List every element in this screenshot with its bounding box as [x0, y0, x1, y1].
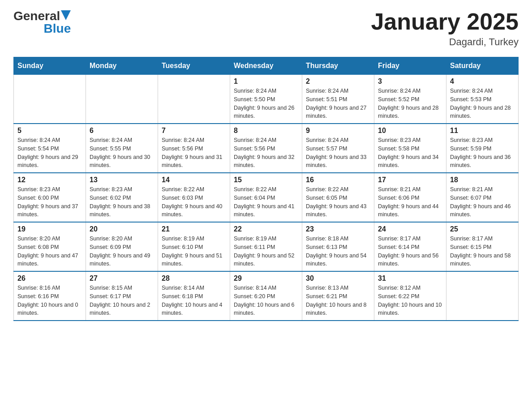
col-monday: Monday: [86, 57, 158, 75]
calendar-cell: 12Sunrise: 8:23 AMSunset: 6:00 PMDayligh…: [14, 173, 86, 222]
day-number: 11: [450, 127, 515, 135]
day-info: Sunrise: 8:12 AMSunset: 6:22 PMDaylight:…: [378, 284, 442, 317]
calendar-cell: 26Sunrise: 8:16 AMSunset: 6:16 PMDayligh…: [14, 271, 86, 321]
col-tuesday: Tuesday: [158, 57, 230, 75]
calendar-week-1: 1Sunrise: 8:24 AMSunset: 5:50 PMDaylight…: [14, 75, 519, 124]
calendar-cell: 15Sunrise: 8:22 AMSunset: 6:04 PMDayligh…: [230, 173, 302, 222]
calendar-cell: 23Sunrise: 8:18 AMSunset: 6:13 PMDayligh…: [302, 222, 374, 271]
calendar-cell: 1Sunrise: 8:24 AMSunset: 5:50 PMDaylight…: [230, 75, 302, 124]
day-number: 28: [162, 274, 226, 283]
day-number: 31: [378, 274, 442, 283]
calendar-cell: 17Sunrise: 8:21 AMSunset: 6:06 PMDayligh…: [374, 173, 446, 222]
day-number: 24: [378, 225, 442, 233]
day-number: 16: [306, 176, 370, 184]
day-info: Sunrise: 8:21 AMSunset: 6:06 PMDaylight:…: [378, 185, 442, 219]
col-saturday: Saturday: [446, 57, 519, 75]
day-number: 7: [162, 127, 226, 135]
calendar-cell: 25Sunrise: 8:17 AMSunset: 6:15 PMDayligh…: [446, 222, 519, 271]
logo: General Blue: [13, 9, 71, 36]
day-info: Sunrise: 8:23 AMSunset: 5:58 PMDaylight:…: [378, 136, 442, 170]
day-number: 19: [17, 225, 82, 233]
logo-triangle-icon: [61, 10, 71, 20]
day-info: Sunrise: 8:19 AMSunset: 6:11 PMDaylight:…: [234, 235, 298, 268]
day-info: Sunrise: 8:24 AMSunset: 5:54 PMDaylight:…: [17, 136, 82, 170]
day-info: Sunrise: 8:20 AMSunset: 6:08 PMDaylight:…: [17, 235, 82, 268]
logo-blue: Blue: [44, 21, 71, 35]
header-row: Sunday Monday Tuesday Wednesday Thursday…: [14, 57, 519, 75]
day-number: 27: [90, 274, 154, 283]
col-thursday: Thursday: [302, 57, 374, 75]
calendar-cell: 9Sunrise: 8:24 AMSunset: 5:57 PMDaylight…: [302, 124, 374, 173]
day-number: 25: [450, 225, 515, 233]
title-block: January 2025 Dagardi, Turkey: [371, 9, 519, 48]
day-number: 6: [90, 127, 154, 135]
calendar-cell: 27Sunrise: 8:15 AMSunset: 6:17 PMDayligh…: [86, 271, 158, 321]
day-number: 8: [234, 127, 298, 135]
day-info: Sunrise: 8:23 AMSunset: 5:59 PMDaylight:…: [450, 136, 515, 170]
day-number: 18: [450, 176, 515, 184]
col-wednesday: Wednesday: [230, 57, 302, 75]
calendar-cell: [86, 75, 158, 124]
day-info: Sunrise: 8:24 AMSunset: 5:55 PMDaylight:…: [90, 136, 154, 170]
page-location: Dagardi, Turkey: [371, 36, 519, 48]
day-number: 23: [306, 225, 370, 233]
calendar-body: 1Sunrise: 8:24 AMSunset: 5:50 PMDaylight…: [14, 75, 519, 321]
day-info: Sunrise: 8:22 AMSunset: 6:04 PMDaylight:…: [234, 185, 298, 219]
calendar-week-3: 12Sunrise: 8:23 AMSunset: 6:00 PMDayligh…: [14, 173, 519, 222]
day-number: 20: [90, 225, 154, 233]
day-info: Sunrise: 8:14 AMSunset: 6:18 PMDaylight:…: [162, 284, 226, 317]
calendar-cell: 4Sunrise: 8:24 AMSunset: 5:53 PMDaylight…: [446, 75, 519, 124]
day-info: Sunrise: 8:23 AMSunset: 6:00 PMDaylight:…: [17, 185, 82, 219]
page-title: January 2025: [371, 9, 519, 34]
day-number: 4: [450, 77, 515, 86]
day-number: 22: [234, 225, 298, 233]
svg-marker-0: [61, 10, 71, 20]
day-number: 1: [234, 77, 298, 86]
day-number: 29: [234, 274, 298, 283]
calendar-cell: 18Sunrise: 8:21 AMSunset: 6:07 PMDayligh…: [446, 173, 519, 222]
calendar-cell: 30Sunrise: 8:13 AMSunset: 6:21 PMDayligh…: [302, 271, 374, 321]
day-info: Sunrise: 8:14 AMSunset: 6:20 PMDaylight:…: [234, 284, 298, 317]
calendar-cell: 21Sunrise: 8:19 AMSunset: 6:10 PMDayligh…: [158, 222, 230, 271]
calendar-cell: 11Sunrise: 8:23 AMSunset: 5:59 PMDayligh…: [446, 124, 519, 173]
calendar-cell: 14Sunrise: 8:22 AMSunset: 6:03 PMDayligh…: [158, 173, 230, 222]
calendar-cell: [158, 75, 230, 124]
calendar-week-4: 19Sunrise: 8:20 AMSunset: 6:08 PMDayligh…: [14, 222, 519, 271]
day-info: Sunrise: 8:24 AMSunset: 5:56 PMDaylight:…: [234, 136, 298, 170]
day-info: Sunrise: 8:20 AMSunset: 6:09 PMDaylight:…: [90, 235, 154, 268]
day-number: 15: [234, 176, 298, 184]
day-info: Sunrise: 8:24 AMSunset: 5:53 PMDaylight:…: [450, 87, 515, 120]
calendar-cell: [14, 75, 86, 124]
day-number: 10: [378, 127, 442, 135]
calendar-cell: 10Sunrise: 8:23 AMSunset: 5:58 PMDayligh…: [374, 124, 446, 173]
day-info: Sunrise: 8:24 AMSunset: 5:52 PMDaylight:…: [378, 87, 442, 120]
day-info: Sunrise: 8:24 AMSunset: 5:56 PMDaylight:…: [162, 136, 226, 170]
day-number: 13: [90, 176, 154, 184]
calendar-header: Sunday Monday Tuesday Wednesday Thursday…: [14, 57, 519, 75]
day-info: Sunrise: 8:22 AMSunset: 6:05 PMDaylight:…: [306, 185, 370, 219]
day-number: 2: [306, 77, 370, 86]
col-friday: Friday: [374, 57, 446, 75]
day-info: Sunrise: 8:19 AMSunset: 6:10 PMDaylight:…: [162, 235, 226, 268]
day-info: Sunrise: 8:21 AMSunset: 6:07 PMDaylight:…: [450, 185, 515, 219]
calendar-cell: 22Sunrise: 8:19 AMSunset: 6:11 PMDayligh…: [230, 222, 302, 271]
calendar-cell: 28Sunrise: 8:14 AMSunset: 6:18 PMDayligh…: [158, 271, 230, 321]
calendar-cell: 20Sunrise: 8:20 AMSunset: 6:09 PMDayligh…: [86, 222, 158, 271]
calendar-cell: 3Sunrise: 8:24 AMSunset: 5:52 PMDaylight…: [374, 75, 446, 124]
calendar-week-2: 5Sunrise: 8:24 AMSunset: 5:54 PMDaylight…: [14, 124, 519, 173]
calendar-cell: 6Sunrise: 8:24 AMSunset: 5:55 PMDaylight…: [86, 124, 158, 173]
day-number: 9: [306, 127, 370, 135]
day-number: 30: [306, 274, 370, 283]
day-info: Sunrise: 8:22 AMSunset: 6:03 PMDaylight:…: [162, 185, 226, 219]
calendar-cell: 16Sunrise: 8:22 AMSunset: 6:05 PMDayligh…: [302, 173, 374, 222]
col-sunday: Sunday: [14, 57, 86, 75]
page-header: General Blue January 2025 Dagardi, Turke…: [13, 9, 519, 48]
day-info: Sunrise: 8:24 AMSunset: 5:57 PMDaylight:…: [306, 136, 370, 170]
day-info: Sunrise: 8:17 AMSunset: 6:14 PMDaylight:…: [378, 235, 442, 268]
day-number: 17: [378, 176, 442, 184]
day-info: Sunrise: 8:17 AMSunset: 6:15 PMDaylight:…: [450, 235, 515, 268]
day-info: Sunrise: 8:18 AMSunset: 6:13 PMDaylight:…: [306, 235, 370, 268]
calendar-cell: 19Sunrise: 8:20 AMSunset: 6:08 PMDayligh…: [14, 222, 86, 271]
day-info: Sunrise: 8:23 AMSunset: 6:02 PMDaylight:…: [90, 185, 154, 219]
day-number: 14: [162, 176, 226, 184]
